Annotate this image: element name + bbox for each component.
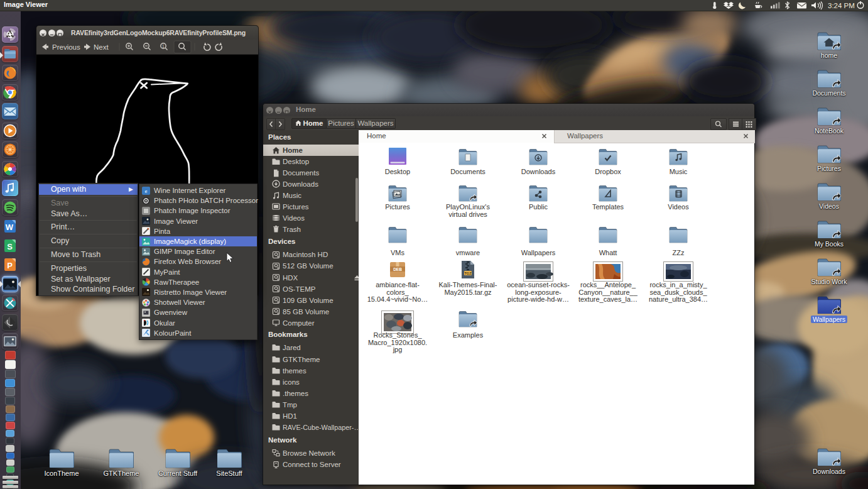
svg-text:S: S xyxy=(7,242,13,251)
svg-text:TGZ: TGZ xyxy=(465,272,472,275)
svg-text:Next: Next xyxy=(94,43,109,51)
svg-text:Previous: Previous xyxy=(52,43,80,51)
svg-text:1: 1 xyxy=(162,44,165,48)
svg-text:3:24 PM: 3:24 PM xyxy=(828,2,855,9)
svg-text:W: W xyxy=(6,223,14,232)
svg-text:P: P xyxy=(7,261,13,270)
svg-text:e: e xyxy=(145,188,148,194)
svg-text:DEB: DEB xyxy=(393,267,402,272)
